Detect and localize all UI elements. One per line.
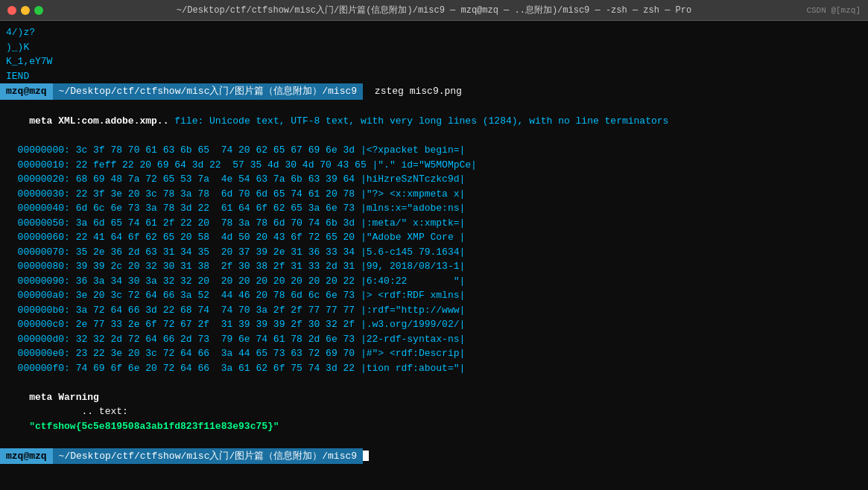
title-bar: ~/Desktop/ctf/ctfshow/misc入门/图片篇(信息附加)/m…: [0, 0, 868, 21]
window-title: ~/Desktop/ctf/ctfshow/misc入门/图片篇(信息附加)/m…: [177, 4, 691, 16]
meta-value: file: Unicode text, UTF-8 text, with ver…: [174, 115, 668, 127]
hex-addr: 00000010:: [18, 159, 76, 171]
hex-line: 000000f0: 74 69 6f 6e 20 72 64 66 3a 61 …: [0, 361, 868, 376]
hex-ascii: |.w3.org/1999/02/|: [361, 319, 465, 330]
hex-bytes: 36 3a 34 30 3a 32 32 20 20 20 20 20 20 2…: [76, 276, 361, 287]
hex-addr: 000000e0:: [18, 348, 76, 359]
prompt-command: zsteg misc9.png: [363, 84, 468, 99]
hex-ascii: |5.6-c145 79.1634|: [361, 246, 465, 258]
hex-bytes: 68 69 48 7a 72 65 53 7a 4e 54 63 7a 6b 6…: [76, 174, 361, 185]
hex-bytes: 39 39 2c 20 32 30 31 38 2f 30 38 2f 31 3…: [76, 261, 361, 272]
hex-addr: 000000a0:: [18, 290, 76, 301]
hex-addr: 00000070:: [18, 246, 76, 258]
prompt-path-2: ~/Desktop/ctf/ctfshow/misc入门/图片篇（信息附加）/m…: [53, 448, 363, 465]
hex-line: 00000090: 36 3a 34 30 3a 32 32 20 20 20 …: [0, 274, 868, 289]
hex-ascii: |"Adobe XMP Core |: [361, 232, 465, 243]
hex-ascii: |<?xpacket begin=|: [361, 144, 465, 156]
prompt-user-2: mzq@mzq: [0, 448, 53, 465]
hex-addr: 00000050:: [18, 217, 76, 229]
hex-line: 000000a0: 3e 20 3c 72 64 66 3a 52 44 46 …: [0, 288, 868, 303]
hex-addr: 00000060:: [18, 232, 76, 243]
hex-addr: 00000090:: [18, 276, 76, 287]
hex-line: 00000080: 39 39 2c 20 32 30 31 38 2f 30 …: [0, 259, 868, 274]
hex-addr: 00000030:: [18, 188, 76, 200]
hex-bytes: 74 69 6f 6e 20 72 64 66 3a 61 62 6f 75 7…: [76, 363, 361, 374]
hex-line: 00000050: 3a 6d 65 74 61 2f 22 20 78 3a …: [0, 216, 868, 231]
hex-bytes: 6d 6c 6e 73 3a 78 3d 22 61 64 6f 62 65 3…: [76, 203, 361, 214]
hex-addr: 000000c0:: [18, 319, 76, 330]
hex-ascii: |tion rdf:about="|: [361, 363, 465, 374]
hex-line: 000000c0: 2e 77 33 2e 6f 72 67 2f 31 39 …: [0, 317, 868, 332]
hex-bytes: 22 41 64 6f 62 65 20 58 4d 50 20 43 6f 7…: [76, 232, 361, 243]
minimize-button[interactable]: [21, 6, 30, 15]
prompt-line-1: mzq@mzq ~/Desktop/ctf/ctfshow/misc入门/图片篇…: [0, 83, 868, 100]
prompt-line-2: mzq@mzq ~/Desktop/ctf/ctfshow/misc入门/图片篇…: [0, 448, 868, 465]
hex-ascii: |"." id="W5MOMpCe|: [373, 159, 477, 171]
output-line: K_1,eY7W: [0, 54, 868, 69]
hex-ascii: |22-rdf-syntax-ns|: [361, 334, 465, 345]
hex-bytes: 3e 20 3c 72 64 66 3a 52 44 46 20 78 6d 6…: [76, 290, 361, 301]
hex-addr: 000000f0:: [18, 363, 76, 374]
output-line: 4/)z?: [0, 25, 868, 40]
hex-bytes: 22 feff 22 20 69 64 3d 22 57 35 4d 30 4d…: [76, 159, 373, 171]
hex-ascii: |6:40:22 "|: [361, 276, 465, 287]
hex-addr: 000000d0:: [18, 334, 76, 345]
traffic-lights: [7, 6, 43, 15]
hex-ascii: |#"> <rdf:Descrip|: [361, 348, 465, 359]
warning-line: meta Warning .. text: "ctfshow{5c5e81950…: [0, 375, 868, 448]
hex-line: 00000000: 3c 3f 78 70 61 63 6b 65 74 20 …: [0, 143, 868, 158]
hex-line: 000000b0: 3a 72 64 66 3d 22 68 74 74 70 …: [0, 303, 868, 318]
hex-bytes: 2e 77 33 2e 6f 72 67 2f 31 39 39 39 2f 3…: [76, 319, 361, 330]
hex-bytes: 3a 72 64 66 3d 22 68 74 74 70 3a 2f 2f 7…: [76, 305, 361, 316]
warning-meta: meta Warning: [29, 392, 99, 403]
hex-bytes: 3a 6d 65 74 61 2f 22 20 78 3a 78 6d 70 7…: [76, 217, 361, 229]
output-line: IEND: [0, 69, 868, 84]
maximize-button[interactable]: [34, 6, 43, 15]
hex-addr: 000000b0:: [18, 305, 76, 316]
hex-line: 00000060: 22 41 64 6f 62 65 20 58 4d 50 …: [0, 230, 868, 245]
flag-value: "ctfshow{5c5e819508a3ab1fd823f11e83e93c7…: [29, 421, 279, 432]
hex-line: 000000d0: 32 32 2d 72 64 66 2d 73 79 6e …: [0, 332, 868, 347]
output-line: )_)K: [0, 40, 868, 55]
hex-bytes: 3c 3f 78 70 61 63 6b 65 74 20 62 65 67 6…: [76, 144, 361, 156]
hex-line: 00000070: 35 2e 36 2d 63 31 34 35 20 37 …: [0, 245, 868, 260]
prompt-path: ~/Desktop/ctf/ctfshow/misc入门/图片篇（信息附加）/m…: [53, 83, 363, 100]
hex-line: 00000010: 22 feff 22 20 69 64 3d 22 57 3…: [0, 158, 868, 173]
csdn-label: CSDN @[mzq]: [806, 6, 861, 15]
hex-line: 000000e0: 23 22 3e 20 3c 72 64 66 3a 44 …: [0, 346, 868, 361]
terminal: 4/)z? )_)K K_1,eY7W IEND mzq@mzq ~/Deskt…: [0, 21, 868, 490]
meta-line: meta XML:com.adobe.xmp.. file: Unicode t…: [0, 100, 868, 144]
hex-addr: 00000080:: [18, 261, 76, 272]
hex-bytes: 35 2e 36 2d 63 31 34 35 20 37 39 2e 31 3…: [76, 246, 361, 258]
hex-ascii: |> <rdf:RDF xmlns|: [361, 290, 465, 301]
hex-bytes: 22 3f 3e 20 3c 78 3a 78 6d 70 6d 65 74 6…: [76, 188, 361, 200]
hex-line: 00000020: 68 69 48 7a 72 65 53 7a 4e 54 …: [0, 172, 868, 187]
hex-line: 00000040: 6d 6c 6e 73 3a 78 3d 22 61 64 …: [0, 201, 868, 216]
hex-bytes: 32 32 2d 72 64 66 2d 73 79 6e 74 61 78 2…: [76, 334, 361, 345]
prompt-user: mzq@mzq: [0, 83, 53, 100]
close-button[interactable]: [7, 6, 16, 15]
hex-addr: 00000000:: [18, 144, 76, 156]
meta-label: meta XML:com.adobe.xmp..: [29, 115, 174, 127]
hex-ascii: |:rdf="http://www|: [361, 305, 465, 316]
hex-ascii: |mlns:x="adobe:ns|: [361, 203, 465, 214]
warning-dots: .. text:: [29, 406, 133, 417]
hex-ascii: |"?> <x:xmpmeta x|: [361, 188, 465, 200]
cursor: [363, 451, 369, 461]
hex-line: 00000030: 22 3f 3e 20 3c 78 3a 78 6d 70 …: [0, 187, 868, 202]
hex-ascii: |99, 2018/08/13-1|: [361, 261, 465, 272]
hex-ascii: |hiHzreSzNTczkc9d|: [361, 174, 465, 185]
hex-addr: 00000020:: [18, 174, 76, 185]
hex-addr: 00000040:: [18, 203, 76, 214]
hex-bytes: 23 22 3e 20 3c 72 64 66 3a 44 65 73 63 7…: [76, 348, 361, 359]
hex-ascii: |:meta/" x:xmptk=|: [361, 217, 465, 229]
